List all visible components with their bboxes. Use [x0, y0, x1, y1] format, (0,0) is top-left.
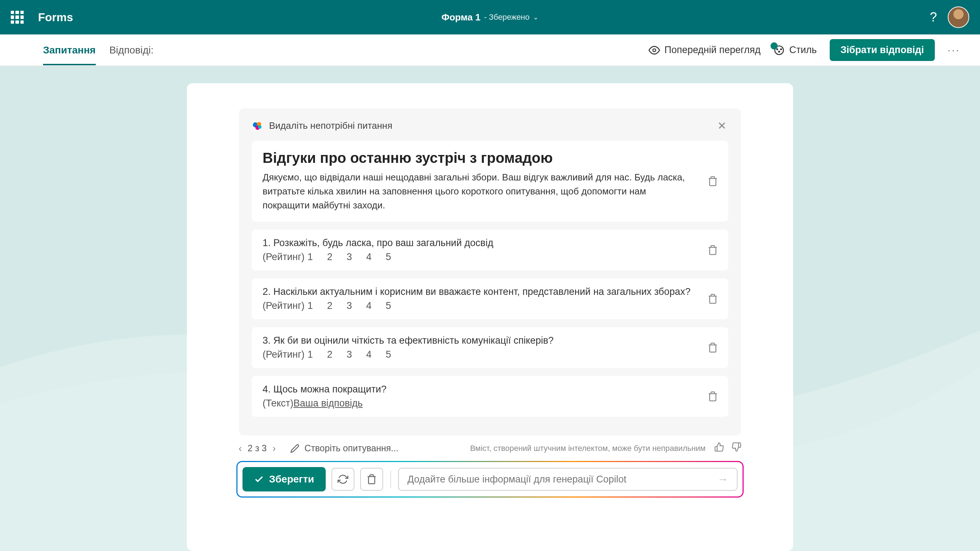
svg-point-4	[779, 51, 780, 52]
trash-icon[interactable]	[707, 245, 718, 255]
question-meta: (Текст)Ваша відповідь	[262, 398, 718, 409]
app-header: Forms Форма 1 - Збережено ⌄ ?	[0, 0, 980, 34]
svg-point-8	[258, 125, 261, 129]
refresh-icon	[337, 474, 348, 485]
svg-point-2	[776, 49, 778, 50]
page-count: 2 з 3	[248, 443, 267, 454]
survey-description: Дякуємо, що відвідали наші нещодавні заг…	[262, 170, 686, 212]
app-name: Forms	[38, 11, 73, 24]
form-title-bar[interactable]: Форма 1 - Збережено ⌄	[442, 12, 539, 23]
collect-responses-button[interactable]: Зібрати відповіді	[830, 39, 935, 61]
check-icon	[254, 474, 264, 484]
send-icon[interactable]: →	[718, 473, 728, 485]
question-text: 3. Як би ви оцінили чіткість та ефективн…	[262, 335, 718, 346]
question-card[interactable]: 2. Наскільки актуальним і корисним ви вв…	[252, 279, 728, 319]
saved-status: - Збережено	[484, 13, 530, 22]
eye-icon	[649, 45, 660, 56]
thumbs-up-icon[interactable]	[714, 442, 724, 454]
pencil-icon	[290, 444, 299, 453]
question-card[interactable]: 3. Як би ви оцінили чіткість та ефективн…	[252, 327, 728, 368]
question-card[interactable]: 1. Розкажіть, будь ласка, про ваш загаль…	[252, 229, 728, 271]
trash-icon	[366, 474, 377, 485]
copilot-instruction: Видаліть непотрібні питання	[269, 120, 393, 131]
thumbs-down-icon[interactable]	[732, 442, 741, 454]
style-button[interactable]: Стиль	[773, 45, 817, 56]
more-icon[interactable]: ···	[948, 45, 960, 56]
save-button[interactable]: Зберегти	[242, 467, 326, 492]
trash-icon[interactable]	[707, 342, 718, 353]
question-meta: (Рейтинг)1 2 3 4 5	[262, 300, 718, 311]
create-survey-button[interactable]: Створіть опитування...	[290, 443, 399, 454]
form-title-card[interactable]: Відгуки про останню зустріч з громадою Д…	[252, 141, 728, 222]
copilot-panel: Видаліть непотрібні питання ✕ Відгуки пр…	[239, 108, 741, 435]
trash-icon[interactable]	[707, 293, 718, 304]
chevron-right-icon[interactable]: ›	[273, 443, 276, 454]
regenerate-button[interactable]	[331, 468, 355, 491]
copilot-input-wrapper: →	[398, 468, 738, 491]
copilot-input[interactable]	[407, 474, 718, 485]
pager: ‹ 2 з 3 ›	[239, 443, 276, 454]
question-text: 2. Наскільки актуальним і корисним ви вв…	[262, 286, 718, 298]
action-bar: Зберегти →	[236, 461, 744, 498]
avatar[interactable]	[948, 6, 969, 28]
copilot-logo-icon	[252, 120, 263, 131]
form-container: Видаліть непотрібні питання ✕ Відгуки пр…	[187, 83, 793, 551]
toolbar: Запитання Відповіді: Попередній перегляд…	[0, 34, 980, 66]
palette-icon	[773, 45, 785, 56]
divider	[390, 471, 391, 488]
delete-button[interactable]	[360, 468, 383, 491]
question-meta: (Рейтинг)1 2 3 4 5	[262, 349, 718, 360]
chevron-down-icon: ⌄	[533, 13, 538, 21]
form-title: Форма 1	[442, 12, 480, 23]
pager-row: ‹ 2 з 3 › Створіть опитування... Вміст, …	[205, 442, 775, 454]
trash-icon[interactable]	[707, 391, 718, 402]
svg-point-0	[653, 49, 656, 52]
tab-responses[interactable]: Відповіді:	[110, 35, 154, 65]
close-icon[interactable]: ✕	[715, 119, 728, 132]
waffle-icon[interactable]	[11, 11, 24, 24]
svg-point-1	[775, 46, 783, 54]
canvas: Видаліть непотрібні питання ✕ Відгуки пр…	[0, 66, 980, 551]
tab-questions[interactable]: Запитання	[43, 35, 96, 65]
preview-button[interactable]: Попередній перегляд	[649, 45, 760, 56]
help-icon[interactable]: ?	[930, 10, 937, 25]
question-text: 4. Щось можна покращити?	[262, 384, 718, 395]
survey-title: Відгуки про останню зустріч з громадою	[262, 150, 718, 166]
svg-point-3	[781, 49, 782, 50]
question-text: 1. Розкажіть, будь ласка, про ваш загаль…	[262, 237, 718, 248]
trash-icon[interactable]	[707, 176, 718, 186]
ai-disclaimer: Вміст, створений штучним інтелектом, мож…	[470, 444, 706, 453]
chevron-left-icon[interactable]: ‹	[239, 443, 242, 454]
question-card[interactable]: 4. Щось можна покращити? (Текст)Ваша від…	[252, 376, 728, 417]
question-meta: (Рейтинг)1 2 3 4 5	[262, 252, 718, 263]
